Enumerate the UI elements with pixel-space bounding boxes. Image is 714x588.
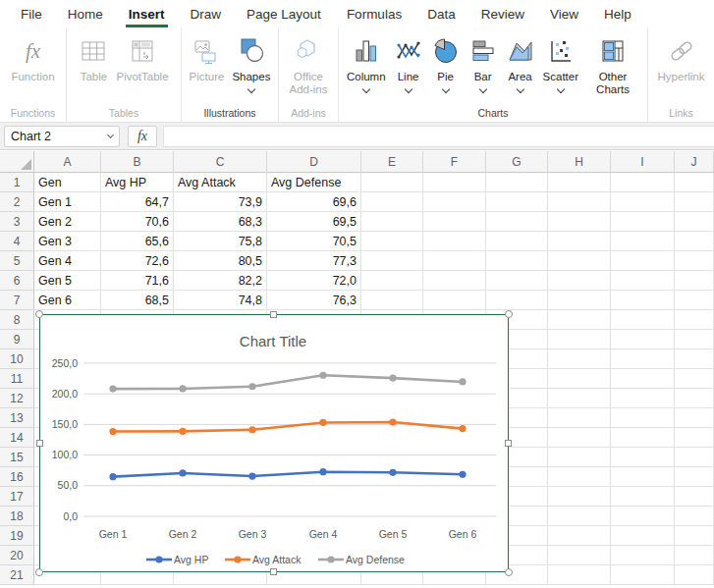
cell-I18[interactable] <box>611 507 675 526</box>
cell-G4[interactable] <box>486 232 548 251</box>
chart-resize-handle-e[interactable] <box>505 440 512 447</box>
cell-A5[interactable]: Gen 4 <box>34 251 101 271</box>
row-header-10[interactable]: 10 <box>0 349 34 369</box>
tab-formulas[interactable]: Formulas <box>334 0 414 27</box>
scatter-chart-button[interactable]: Scatter <box>539 34 582 92</box>
row-header-15[interactable]: 15 <box>0 448 34 467</box>
tab-view[interactable]: View <box>537 0 591 27</box>
cell-D2[interactable]: 69,6 <box>267 192 361 212</box>
cell-I3[interactable] <box>611 212 675 232</box>
cell-A1[interactable]: Gen <box>34 173 101 192</box>
cell-E7[interactable] <box>361 291 423 310</box>
cell-J6[interactable] <box>675 271 714 291</box>
cell-A3[interactable]: Gen 2 <box>34 212 101 232</box>
cell-J7[interactable] <box>675 291 714 310</box>
cell-H13[interactable] <box>548 408 611 428</box>
column-header-B[interactable]: B <box>101 151 174 173</box>
cell-J2[interactable] <box>675 192 714 212</box>
cell-C6[interactable]: 82,2 <box>174 271 267 291</box>
cell-C1[interactable]: Avg Attack <box>174 173 267 192</box>
cell-I21[interactable] <box>611 565 675 585</box>
cell-E5[interactable] <box>361 251 423 271</box>
cell-J4[interactable] <box>675 232 714 251</box>
column-header-H[interactable]: H <box>548 151 611 173</box>
row-header-17[interactable]: 17 <box>0 487 34 507</box>
tab-draw[interactable]: Draw <box>178 0 235 27</box>
cell-H10[interactable] <box>548 349 611 369</box>
cell-I9[interactable] <box>611 330 675 349</box>
chart-resize-handle-nw[interactable] <box>35 310 43 318</box>
cell-F7[interactable] <box>423 291 486 310</box>
cell-H3[interactable] <box>548 212 611 232</box>
cell-J14[interactable] <box>675 428 714 448</box>
cell-J3[interactable] <box>675 212 714 232</box>
row-header-2[interactable]: 2 <box>0 192 34 212</box>
chart-resize-handle-ne[interactable] <box>505 310 513 318</box>
column-header-C[interactable]: C <box>174 151 267 173</box>
chart-resize-handle-w[interactable] <box>36 440 43 447</box>
cell-C4[interactable]: 75,8 <box>174 232 267 251</box>
chart-resize-handle-s[interactable] <box>270 568 277 575</box>
cell-B6[interactable]: 71,6 <box>101 271 174 291</box>
shapes-button[interactable]: Shapes <box>228 34 274 92</box>
cell-G7[interactable] <box>486 291 548 310</box>
row-header-20[interactable]: 20 <box>0 546 34 565</box>
cell-F2[interactable] <box>423 192 486 212</box>
row-header-1[interactable]: 1 <box>0 173 34 192</box>
chart-resize-handle-sw[interactable] <box>35 568 43 576</box>
cell-I7[interactable] <box>611 291 675 310</box>
cell-D5[interactable]: 77,3 <box>267 251 361 271</box>
cell-I1[interactable] <box>611 173 675 192</box>
cell-J12[interactable] <box>675 389 714 408</box>
cell-F4[interactable] <box>423 232 486 251</box>
cell-J21[interactable] <box>675 565 714 585</box>
chart-resize-handle-se[interactable] <box>505 568 513 576</box>
row-header-21[interactable]: 21 <box>0 565 34 585</box>
row-header-8[interactable]: 8 <box>0 310 34 330</box>
bar-chart-button[interactable]: Bar <box>465 34 502 92</box>
cell-A4[interactable]: Gen 3 <box>34 232 101 251</box>
cell-E2[interactable] <box>361 192 423 212</box>
row-header-6[interactable]: 6 <box>0 271 34 291</box>
row-header-11[interactable]: 11 <box>0 369 34 389</box>
cell-C7[interactable]: 74,8 <box>174 291 267 310</box>
cell-I16[interactable] <box>611 467 675 487</box>
cell-B7[interactable]: 68,5 <box>101 291 174 310</box>
tab-page-layout[interactable]: Page Layout <box>234 0 334 27</box>
cell-I5[interactable] <box>611 251 675 271</box>
column-header-E[interactable]: E <box>361 151 423 173</box>
row-header-9[interactable]: 9 <box>0 330 34 349</box>
cell-I20[interactable] <box>611 546 675 565</box>
row-header-14[interactable]: 14 <box>0 428 34 448</box>
cell-B5[interactable]: 72,6 <box>101 251 174 271</box>
tab-file[interactable]: File <box>8 0 55 27</box>
cell-B3[interactable]: 70,6 <box>101 212 174 232</box>
row-header-12[interactable]: 12 <box>0 389 34 408</box>
cell-I8[interactable] <box>611 310 675 330</box>
cell-H4[interactable] <box>548 232 611 251</box>
cell-F1[interactable] <box>423 173 486 192</box>
cell-G3[interactable] <box>486 212 548 232</box>
embedded-chart[interactable]: Chart Title0,050,0100,0150,0200,0250,0Ge… <box>39 314 509 572</box>
tab-insert[interactable]: Insert <box>116 0 178 27</box>
cell-E1[interactable] <box>361 173 423 192</box>
cell-G6[interactable] <box>486 271 548 291</box>
cell-G2[interactable] <box>486 192 548 212</box>
cell-J10[interactable] <box>675 349 714 369</box>
cell-C5[interactable]: 80,5 <box>174 251 267 271</box>
tab-help[interactable]: Help <box>591 0 644 27</box>
cell-J5[interactable] <box>675 251 714 271</box>
cell-B4[interactable]: 65,6 <box>101 232 174 251</box>
pie-chart-button[interactable]: Pie <box>427 34 465 92</box>
row-header-5[interactable]: 5 <box>0 251 34 271</box>
cell-J20[interactable] <box>675 546 714 565</box>
cell-I2[interactable] <box>611 192 675 212</box>
row-header-19[interactable]: 19 <box>0 526 34 546</box>
cell-J13[interactable] <box>675 408 714 428</box>
cell-J17[interactable] <box>675 487 714 507</box>
cell-E3[interactable] <box>361 212 423 232</box>
cell-D6[interactable]: 72,0 <box>267 271 361 291</box>
cell-H1[interactable] <box>548 173 611 192</box>
insert-function-button[interactable]: fx <box>128 126 157 147</box>
cell-D4[interactable]: 70,5 <box>267 232 361 251</box>
